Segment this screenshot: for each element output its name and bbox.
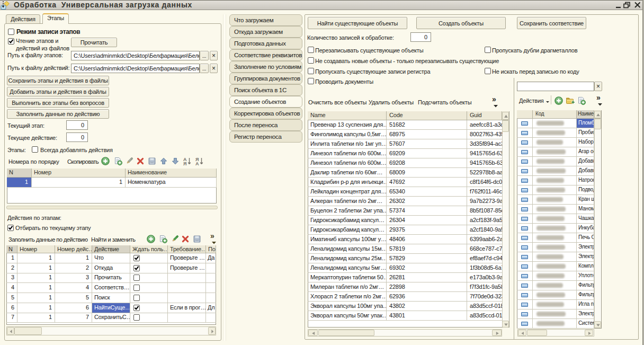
- svg-text:Я: Я: [183, 161, 186, 166]
- svg-text:А: А: [195, 161, 199, 166]
